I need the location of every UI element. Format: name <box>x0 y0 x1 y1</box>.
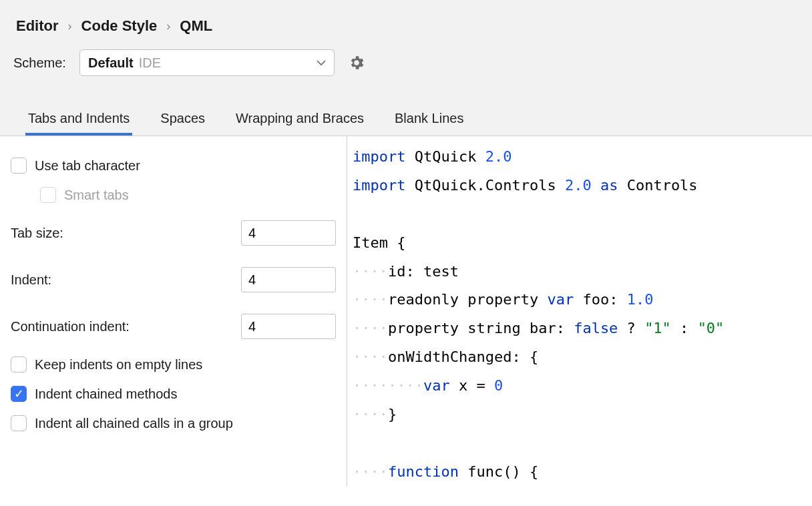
checkbox-label: Keep indents on empty lines <box>35 357 202 372</box>
scheme-selected-name: Default <box>88 55 134 71</box>
chevron-down-icon <box>317 59 326 66</box>
tab-size-input[interactable] <box>241 220 336 246</box>
tab-blank-lines[interactable]: Blank Lines <box>392 105 466 136</box>
option-indent-all-chained-group[interactable]: Indent all chained calls in a group <box>11 409 336 438</box>
breadcrumb-item[interactable]: QML <box>180 17 212 35</box>
option-smart-tabs: Smart tabs <box>11 180 336 210</box>
breadcrumb: Editor › Code Style › QML <box>13 12 799 49</box>
chevron-right-icon: › <box>166 19 170 33</box>
breadcrumb-item[interactable]: Editor <box>16 17 59 35</box>
scheme-label: Scheme: <box>13 55 66 71</box>
checkbox <box>40 187 56 203</box>
gear-icon[interactable] <box>348 54 365 71</box>
tab-spaces[interactable]: Spaces <box>158 105 208 136</box>
chevron-right-icon: › <box>68 19 72 33</box>
checkbox-label: Use tab character <box>35 158 140 174</box>
indent-input[interactable] <box>241 267 336 292</box>
checkbox[interactable] <box>11 415 27 431</box>
checkbox-label: Smart tabs <box>64 188 129 203</box>
scheme-selected-sub: IDE <box>139 55 161 71</box>
checkbox[interactable] <box>11 158 27 174</box>
option-use-tab-character[interactable]: Use tab character <box>11 151 336 180</box>
breadcrumb-item[interactable]: Code Style <box>81 17 158 35</box>
option-indent-chained-methods[interactable]: Indent chained methods <box>11 379 336 409</box>
scheme-select[interactable]: Default IDE <box>79 49 335 76</box>
tabs: Tabs and IndentsSpacesWrapping and Brace… <box>13 105 799 136</box>
checkbox[interactable] <box>11 356 27 372</box>
tab-size-label: Tab size: <box>11 226 63 241</box>
continuation-indent-input[interactable] <box>241 314 336 339</box>
indent-label: Indent: <box>11 272 51 288</box>
checkbox-label: Indent chained methods <box>35 387 178 402</box>
options-panel: Use tab character Smart tabs Tab size: I… <box>0 136 347 487</box>
checkbox-label: Indent all chained calls in a group <box>35 416 233 431</box>
option-keep-indents-empty[interactable]: Keep indents on empty lines <box>11 350 336 379</box>
code-preview: import QtQuick 2.0import QtQuick.Control… <box>347 136 812 487</box>
checkbox[interactable] <box>11 386 27 402</box>
continuation-indent-label: Continuation indent: <box>11 319 130 334</box>
tab-tabs-and-indents[interactable]: Tabs and Indents <box>25 105 132 136</box>
tab-wrapping-and-braces[interactable]: Wrapping and Braces <box>233 105 367 136</box>
